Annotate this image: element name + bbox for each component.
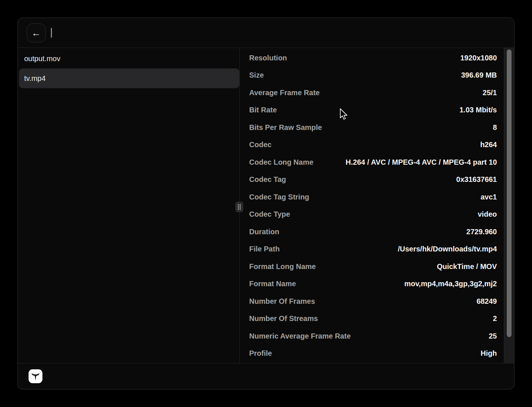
scrollbar-track[interactable]	[504, 48, 514, 363]
metadata-label: Bit Rate	[249, 104, 277, 116]
status-bar	[18, 363, 514, 389]
metadata-label: Average Frame Rate	[249, 86, 320, 99]
metadata-row: Number Of Streams 2	[249, 310, 497, 328]
metadata-label: Size	[249, 69, 264, 81]
metadata-row: Numeric Average Frame Rate 25	[249, 327, 497, 345]
metadata-panel: Resolution 1920x1080 Size 396.69 MB Aver…	[240, 48, 504, 363]
toolbar: ←	[18, 18, 514, 48]
file-list: output.movtv.mp4	[18, 48, 239, 363]
scrollbar-thumb[interactable]	[507, 49, 512, 337]
metadata-row: Format Long Name QuickTime / MOV	[249, 258, 497, 275]
app-logo-icon	[29, 369, 42, 383]
metadata-row: Duration 2729.960	[249, 223, 497, 240]
metadata-value: High	[481, 347, 497, 359]
metadata-label: Format Long Name	[249, 260, 316, 273]
main-area: output.movtv.mp4 Resolution 1920x1080 Si…	[18, 48, 514, 363]
metadata-label: Profile	[249, 347, 272, 359]
metadata-label: Bits Per Raw Sample	[249, 121, 322, 134]
metadata-value: 396.69 MB	[461, 69, 497, 81]
metadata-value: QuickTime / MOV	[437, 260, 497, 273]
metadata-row: Codec Long Name H.264 / AVC / MPEG-4 AVC…	[249, 153, 497, 171]
metadata-label: File Path	[249, 243, 280, 255]
metadata-row: Codec Tag String avc1	[249, 188, 497, 206]
metadata-value: H.264 / AVC / MPEG-4 AVC / MPEG-4 part 1…	[346, 156, 497, 168]
back-arrow-icon: ←	[31, 28, 41, 38]
metadata-row: Codec h264	[249, 136, 497, 154]
metadata-row: Codec Tag 0x31637661	[249, 171, 497, 188]
metadata-row: Bits Per Raw Sample 8	[249, 119, 497, 136]
metadata-row: Profile High	[249, 345, 497, 362]
metadata-value: avc1	[481, 191, 497, 203]
metadata-row: Size 396.69 MB	[249, 67, 497, 84]
metadata-label: Duration	[249, 225, 279, 238]
text-caret	[51, 28, 52, 38]
metadata-row: Resolution 1920x1080	[249, 49, 497, 67]
metadata-value: 1920x1080	[460, 52, 497, 64]
filename-input[interactable]	[51, 23, 514, 42]
metadata-value: 2	[493, 312, 497, 325]
metadata-value: 25/1	[483, 86, 497, 99]
metadata-row: Codec Type video	[249, 206, 497, 223]
metadata-value: 68249	[476, 295, 497, 307]
list-item[interactable]: output.mov	[19, 49, 239, 68]
metadata-label: Format Name	[249, 277, 296, 290]
metadata-row: Number Of Frames 68249	[249, 292, 497, 310]
metadata-value: /Users/hk/Downloads/tv.mp4	[398, 243, 497, 255]
metadata-label: Codec	[249, 138, 271, 151]
metadata-row: File Path /Users/hk/Downloads/tv.mp4	[249, 240, 497, 258]
metadata-label: Resolution	[249, 52, 287, 64]
metadata-value: 1.03 Mbit/s	[460, 104, 497, 116]
app-window: ← output.movtv.mp4 Resolution 1920x1080 …	[18, 18, 514, 389]
metadata-label: Codec Long Name	[249, 156, 314, 168]
metadata-label: Codec Tag String	[249, 191, 309, 203]
back-button[interactable]: ←	[27, 23, 46, 42]
grip-dots-icon	[237, 204, 241, 210]
metadata-value: mov,mp4,m4a,3gp,3g2,mj2	[404, 277, 497, 290]
metadata-label: Number Of Streams	[249, 312, 318, 325]
metadata-value: 8	[493, 121, 497, 134]
metadata-value: 25	[489, 330, 497, 342]
metadata-value: video	[478, 208, 497, 220]
metadata-row: Bit Rate 1.03 Mbit/s	[249, 101, 497, 119]
metadata-value: 0x31637661	[456, 173, 497, 186]
list-item[interactable]: tv.mp4	[19, 68, 239, 88]
metadata-value: 2729.960	[467, 225, 497, 238]
metadata-row: Format Name mov,mp4,m4a,3gp,3g2,mj2	[249, 275, 497, 293]
divider-drag-handle[interactable]	[235, 202, 243, 212]
metadata-row: Average Frame Rate 25/1	[249, 84, 497, 101]
metadata-label: Numeric Average Frame Rate	[249, 330, 351, 342]
metadata-label: Codec Tag	[249, 173, 286, 186]
metadata-value: h264	[480, 138, 497, 151]
metadata-label: Codec Type	[249, 208, 290, 220]
metadata-label: Number Of Frames	[249, 295, 315, 307]
